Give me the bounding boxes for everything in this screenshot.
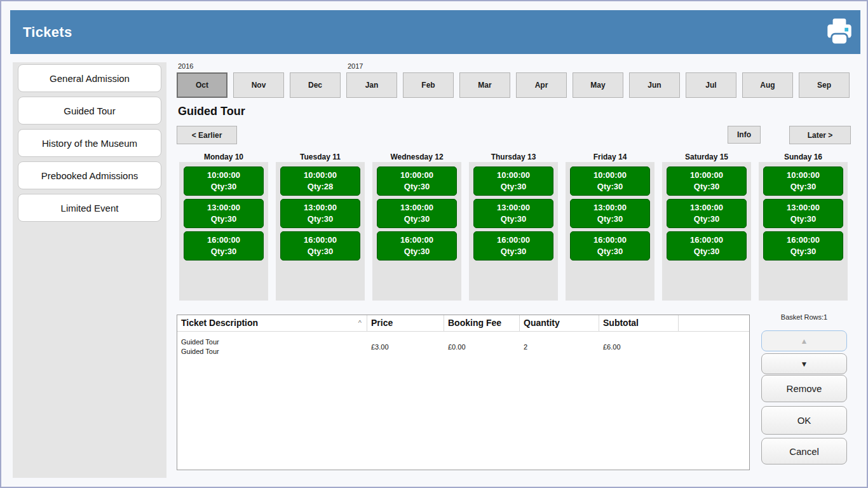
month-tab-aug[interactable]: Aug (742, 72, 793, 98)
day-column-tuesday-11: Tuesday 1110:00:00Qty:2813:00:00Qty:3016… (276, 152, 365, 301)
time-slot-button[interactable]: 13:00:00Qty:30 (280, 199, 360, 228)
slot-qty: Qty:30 (764, 214, 843, 225)
month-tab-feb[interactable]: Feb (403, 72, 454, 98)
time-slot-button[interactable]: 13:00:00Qty:30 (473, 199, 553, 228)
slot-time: 16:00:00 (571, 234, 649, 246)
time-slot-button[interactable]: 16:00:00Qty:30 (763, 231, 843, 261)
month-cell: Sep (799, 62, 850, 98)
slot-time: 10:00:00 (667, 170, 746, 181)
day-header: Tuesday 11 (276, 152, 365, 161)
month-tab-apr[interactable]: Apr (516, 72, 567, 98)
time-slot-button[interactable]: 16:00:00Qty:30 (570, 231, 650, 261)
time-slot-button[interactable]: 16:00:00Qty:30 (377, 231, 457, 261)
slot-time: 10:00:00 (764, 170, 843, 181)
time-slot-button[interactable]: 13:00:00Qty:30 (184, 199, 264, 228)
month-tab-nov[interactable]: Nov (233, 72, 284, 98)
sidebar-item-general-admission[interactable]: General Admission (18, 64, 161, 92)
cancel-button[interactable]: Cancel (761, 438, 847, 464)
app-window: Tickets General AdmissionGuided TourHist… (0, 0, 868, 488)
basket-table-body: Guided TourGuided Tour£3.00£0.002£6.00 (177, 332, 749, 357)
month-tab-oct[interactable]: Oct (177, 72, 227, 98)
month-tab-jun[interactable]: Jun (629, 72, 680, 98)
slot-qty: Qty:28 (281, 181, 360, 193)
print-button[interactable] (822, 15, 857, 50)
month-tab-mar[interactable]: Mar (459, 72, 510, 98)
time-slot-button[interactable]: 16:00:00Qty:30 (667, 231, 747, 261)
time-slot-button[interactable]: 10:00:00Qty:30 (184, 166, 264, 196)
slot-time: 16:00:00 (281, 234, 360, 246)
slot-qty: Qty:30 (764, 246, 843, 257)
time-slot-button[interactable]: 10:00:00Qty:28 (280, 166, 360, 196)
time-slot-button[interactable]: 16:00:00Qty:30 (184, 231, 264, 261)
slot-time: 16:00:00 (667, 234, 746, 246)
slot-qty: Qty:30 (667, 214, 746, 225)
basket-row[interactable]: Guided TourGuided Tour£3.00£0.002£6.00 (177, 332, 749, 357)
column-header-booking-fee[interactable]: Booking Fee (444, 315, 520, 331)
day-header: Monday 10 (179, 152, 268, 161)
slot-time: 10:00:00 (184, 170, 263, 181)
slot-qty: Qty:30 (571, 181, 649, 193)
slot-qty: Qty:30 (281, 246, 360, 257)
info-button[interactable]: Info (728, 126, 761, 144)
sidebar-item-history-of-the-museum[interactable]: History of the Museum (18, 129, 161, 157)
column-header-price[interactable]: Price (367, 315, 444, 331)
month-tab-jul[interactable]: Jul (686, 72, 736, 98)
day-column-saturday-15: Saturday 1510:00:00Qty:3013:00:00Qty:301… (662, 152, 751, 301)
time-slot-button[interactable]: 16:00:00Qty:30 (280, 231, 360, 261)
sidebar-item-limited-event[interactable]: Limited Event (18, 194, 161, 222)
day-header: Saturday 15 (662, 152, 751, 161)
ok-button[interactable]: OK (761, 406, 847, 435)
day-column-friday-14: Friday 1410:00:00Qty:3013:00:00Qty:3016:… (566, 152, 654, 301)
slot-time: 13:00:00 (764, 202, 843, 214)
cell-price: £3.00 (367, 342, 444, 352)
column-header-quantity[interactable]: Quantity (520, 315, 599, 331)
year-label-2017: 2017 (348, 62, 363, 70)
time-slot-button[interactable]: 13:00:00Qty:30 (763, 199, 843, 228)
time-slot-button[interactable]: 16:00:00Qty:30 (473, 231, 553, 261)
time-slot-button[interactable]: 10:00:00Qty:30 (377, 166, 457, 196)
month-tab-dec[interactable]: Dec (290, 72, 341, 98)
event-title: Guided Tour (178, 105, 245, 118)
time-slot-button[interactable]: 13:00:00Qty:30 (570, 199, 650, 228)
cell-ticket-description: Guided TourGuided Tour (177, 337, 367, 357)
column-header-subtotal[interactable]: Subtotal (599, 315, 679, 331)
time-slot-button[interactable]: 10:00:00Qty:30 (667, 166, 747, 196)
day-grid: Monday 1010:00:00Qty:3013:00:00Qty:3016:… (179, 152, 848, 301)
month-cell: Jun (629, 62, 680, 98)
day-header: Friday 14 (566, 152, 654, 161)
slot-time: 10:00:00 (377, 170, 456, 181)
day-slot-panel: 10:00:00Qty:3013:00:00Qty:3016:00:00Qty:… (566, 162, 654, 301)
cell-quantity: 2 (520, 342, 599, 352)
sidebar-item-guided-tour[interactable]: Guided Tour (18, 97, 161, 125)
month-tab-sep[interactable]: Sep (799, 72, 850, 98)
day-column-sunday-16: Sunday 1610:00:00Qty:3013:00:00Qty:3016:… (759, 152, 848, 301)
later-button[interactable]: Later > (789, 126, 851, 144)
slot-qty: Qty:30 (184, 214, 263, 225)
column-header-blank[interactable] (679, 315, 749, 331)
slot-qty: Qty:30 (764, 181, 843, 193)
move-down-button[interactable]: ▼ (761, 353, 847, 374)
time-slot-button[interactable]: 10:00:00Qty:30 (473, 166, 553, 196)
month-tab-jan[interactable]: Jan (346, 72, 397, 98)
description-line: Guided Tour (181, 337, 367, 347)
move-up-button[interactable]: ▲ (761, 330, 847, 351)
printer-icon (823, 41, 856, 50)
remove-button[interactable]: Remove (761, 375, 847, 402)
day-slot-panel: 10:00:00Qty:3013:00:00Qty:3016:00:00Qty:… (662, 162, 751, 301)
sidebar-item-prebooked-admissions[interactable]: Prebooked Admissions (18, 161, 161, 189)
slot-qty: Qty:30 (474, 214, 553, 225)
time-slot-button[interactable]: 13:00:00Qty:30 (667, 199, 747, 228)
month-tab-may[interactable]: May (573, 72, 623, 98)
time-slot-button[interactable]: 13:00:00Qty:30 (377, 199, 457, 228)
slot-time: 13:00:00 (184, 202, 263, 214)
earlier-button[interactable]: < Earlier (177, 126, 237, 144)
slot-qty: Qty:30 (377, 181, 456, 193)
column-header-ticket-description[interactable]: Ticket Description^ (177, 315, 367, 331)
slot-qty: Qty:30 (474, 181, 553, 193)
day-header: Wednesday 12 (372, 152, 461, 161)
month-cell: 2017Jan (346, 62, 397, 98)
slot-time: 16:00:00 (764, 234, 843, 246)
day-column-wednesday-12: Wednesday 1210:00:00Qty:3013:00:00Qty:30… (372, 152, 461, 301)
time-slot-button[interactable]: 10:00:00Qty:30 (570, 166, 650, 196)
time-slot-button[interactable]: 10:00:00Qty:30 (763, 166, 843, 196)
